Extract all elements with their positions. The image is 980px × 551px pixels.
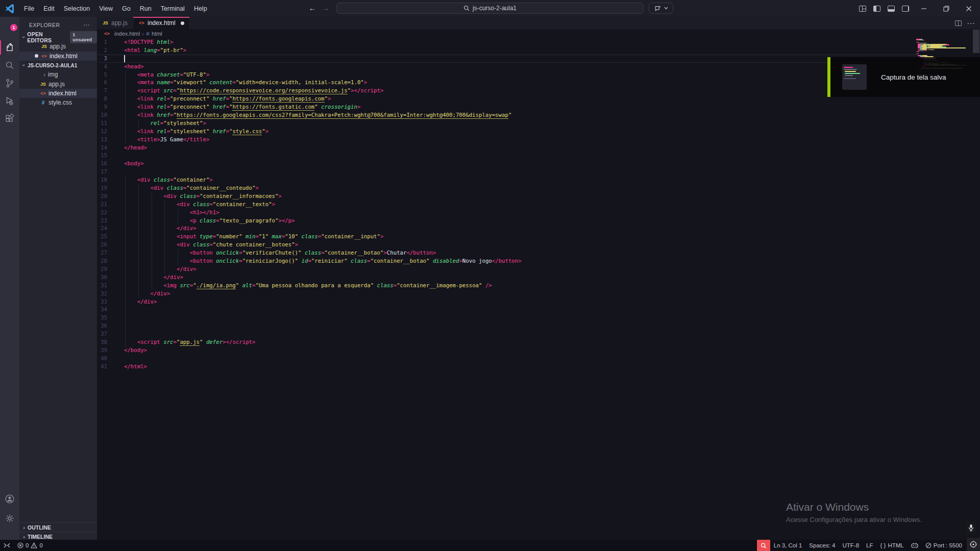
- code-line-27[interactable]: 27 <button onclick="verificarChute()" cl…: [97, 249, 980, 257]
- code-line-25[interactable]: 25 <input type="number" min="1" max="10"…: [97, 233, 980, 241]
- tree-item-img[interactable]: ›img: [19, 70, 97, 79]
- menu-selection[interactable]: Selection: [59, 3, 94, 14]
- breadcrumb-file[interactable]: index.html: [114, 31, 140, 37]
- code-area[interactable]: 1<!DOCTYPE html>2<html lang="pt-br">34<h…: [97, 38, 980, 540]
- breadcrumb-symbol[interactable]: html: [152, 31, 162, 37]
- code-line-21[interactable]: 21 <div class="container__texto">: [97, 201, 980, 209]
- code-line-1[interactable]: 1<!DOCTYPE html>: [97, 38, 980, 46]
- code-line-31[interactable]: 31 <img src="./img/ia.png" alt="Uma pess…: [97, 282, 980, 290]
- sidebar-item-explorer[interactable]: [0, 39, 19, 56]
- toggle-primary-sidebar-icon[interactable]: [870, 0, 884, 17]
- customize-layout-icon[interactable]: [855, 0, 870, 17]
- restore-button[interactable]: [935, 0, 958, 17]
- screenshot-saved-toast[interactable]: Captura de tela salva: [827, 57, 980, 97]
- close-button[interactable]: [958, 0, 980, 17]
- language-mode[interactable]: { } HTML: [877, 540, 908, 551]
- code-line-16[interactable]: 16<body>: [97, 160, 980, 168]
- line-number: 14: [97, 144, 107, 152]
- code-line-11[interactable]: 11 rel="stylesheet">: [97, 119, 980, 128]
- code-line-34[interactable]: 34: [97, 306, 980, 314]
- sidebar-item-source-control[interactable]: [0, 74, 19, 92]
- code-line-14[interactable]: 14</head>: [97, 144, 980, 152]
- live-server-port[interactable]: Port : 5500: [922, 540, 966, 551]
- toggle-secondary-sidebar-icon[interactable]: [898, 0, 913, 17]
- eol-sequence[interactable]: LF: [863, 540, 876, 551]
- menu-run[interactable]: Run: [135, 3, 156, 14]
- nav-forward-button[interactable]: →: [321, 3, 331, 13]
- code-line-36[interactable]: 36: [97, 322, 980, 330]
- code-line-38[interactable]: 38 <script src="app.js" defer></script>: [97, 338, 980, 346]
- menu-help[interactable]: Help: [189, 3, 212, 14]
- problems-indicator[interactable]: 0 0: [14, 540, 46, 551]
- menu-view[interactable]: View: [94, 3, 117, 14]
- code-line-20[interactable]: 20 <div class="container__informacoes">: [97, 192, 980, 201]
- code-line-30[interactable]: 30 </div>: [97, 273, 980, 282]
- code-line-37[interactable]: 37: [97, 330, 980, 338]
- code-line-12[interactable]: 12 <link rel="stylesheet" href="style.cs…: [97, 128, 980, 136]
- encoding[interactable]: UTF-8: [839, 540, 863, 551]
- code-line-9[interactable]: 9 <link rel="preconnect" href="https://f…: [97, 103, 980, 111]
- code-line-2[interactable]: 2<html lang="pt-br">: [97, 46, 980, 55]
- code-line-29[interactable]: 29 </div>: [97, 265, 980, 273]
- split-editor-icon[interactable]: [955, 20, 962, 26]
- minimize-button[interactable]: [913, 0, 935, 17]
- tree-item-app.js[interactable]: JSapp.js: [19, 79, 97, 88]
- screen-recorder-icon[interactable]: [967, 538, 980, 551]
- js-file-icon: JS: [40, 82, 46, 87]
- menu-edit[interactable]: Edit: [39, 3, 59, 14]
- breadcrumb[interactable]: <> index.html › ⊘ html: [97, 29, 980, 38]
- explorer-more-actions-icon[interactable]: ⋯: [83, 21, 90, 29]
- code-line-35[interactable]: 35: [97, 314, 980, 322]
- toggle-panel-icon[interactable]: [884, 0, 898, 17]
- tab-app.js[interactable]: JSapp.js: [97, 17, 133, 29]
- code-line-32[interactable]: 32 </div>: [97, 290, 980, 298]
- spell-checker-indicator[interactable]: [757, 540, 770, 551]
- settings-gear-icon[interactable]: [0, 510, 19, 527]
- code-line-24[interactable]: 24 </div>: [97, 224, 980, 233]
- menu-terminal[interactable]: Terminal: [156, 3, 189, 14]
- command-center-search[interactable]: js-curso-2-aula1: [336, 3, 644, 14]
- extension-icon[interactable]: [908, 540, 922, 551]
- modified-dot[interactable]: [181, 21, 184, 25]
- tree-item-index.html[interactable]: <>index.html: [19, 89, 97, 98]
- code-line-22[interactable]: 22 <h1></h1>: [97, 209, 980, 217]
- indent-guide: [125, 306, 126, 314]
- code-line-40[interactable]: 40: [97, 355, 980, 363]
- open-editors-section[interactable]: › OPEN EDITORS 1 unsaved: [19, 33, 97, 42]
- code-line-15[interactable]: 15: [97, 152, 980, 160]
- indentation[interactable]: Spaces: 4: [805, 540, 839, 551]
- sidebar-item-run-debug[interactable]: [0, 92, 19, 110]
- sidebar-item-search[interactable]: [0, 57, 19, 74]
- open-editor-index.html[interactable]: <>index.html: [19, 52, 97, 61]
- outline-section[interactable]: › OUTLINE: [19, 522, 97, 532]
- code-line-26[interactable]: 26 <div class="chute container__botoes">: [97, 241, 980, 249]
- sidebar-item-extensions[interactable]: [0, 110, 19, 128]
- scrollbar-thumb[interactable]: [973, 30, 979, 53]
- copilot-button[interactable]: [649, 3, 673, 14]
- code-line-10[interactable]: 10 <link href="https://fonts.googleapis.…: [97, 111, 980, 119]
- code-line-28[interactable]: 28 <button onclick="reiniciarJogo()" id=…: [97, 257, 980, 265]
- code-line-41[interactable]: 41</html>: [97, 363, 980, 371]
- tab-index.html[interactable]: <>index.html: [133, 17, 190, 29]
- code-line-39[interactable]: 39</body>: [97, 346, 980, 355]
- remote-indicator[interactable]: [0, 540, 14, 551]
- editor-more-actions-icon[interactable]: ⋯: [967, 18, 975, 28]
- nav-back-button[interactable]: ←: [307, 3, 317, 13]
- account-icon[interactable]: [0, 490, 19, 508]
- code-line-13[interactable]: 13 <title>JS Game</title>: [97, 136, 980, 144]
- code-line-19[interactable]: 19 <div class="container__conteudo">: [97, 184, 980, 192]
- code-line-33[interactable]: 33 </div>: [97, 298, 980, 306]
- cursor-position[interactable]: Ln 3, Col 1: [770, 540, 806, 551]
- code-line-18[interactable]: 18 <div class="container">: [97, 176, 980, 184]
- folder-section[interactable]: › JS-CURSO-2-AULA1: [19, 61, 97, 70]
- menu-go[interactable]: Go: [117, 3, 135, 14]
- microphone-icon[interactable]: [965, 521, 976, 534]
- outline-label: OUTLINE: [28, 524, 51, 531]
- menu-file[interactable]: File: [19, 3, 39, 14]
- remote-icon: [4, 542, 10, 548]
- open-editors-list: JSapp.js<>index.html: [19, 42, 97, 61]
- explorer-badge: 1: [10, 24, 17, 31]
- code-line-17[interactable]: 17: [97, 168, 980, 176]
- tree-item-style.css[interactable]: #style.css: [19, 98, 97, 107]
- code-line-23[interactable]: 23 <p class="texto__paragrafo"></p>: [97, 217, 980, 225]
